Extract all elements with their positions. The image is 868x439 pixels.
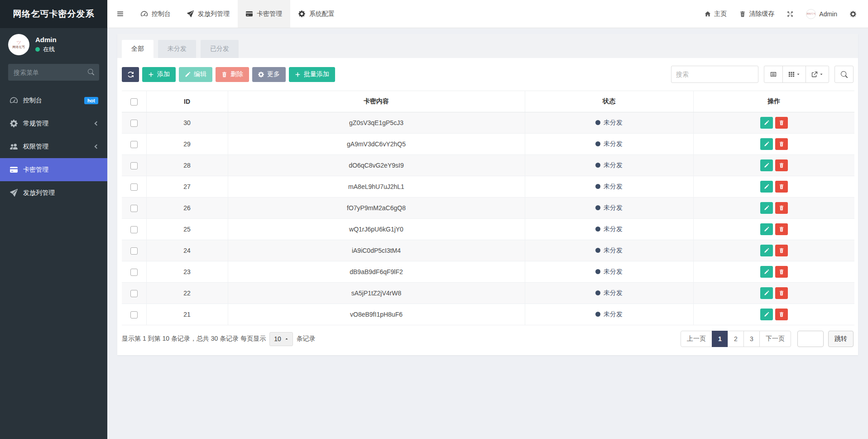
- row-edit-button[interactable]: [760, 159, 773, 171]
- row-actions: [694, 117, 855, 129]
- table-row[interactable]: 26 fO7yP9mM2aC6gQ8 未分发: [122, 198, 854, 219]
- row-delete-button[interactable]: [775, 223, 788, 235]
- dashboard-icon: [141, 10, 148, 17]
- row-delete-button[interactable]: [775, 202, 788, 214]
- sidebar-item-dashboard[interactable]: 控制台 hot: [0, 89, 107, 112]
- row-checkbox[interactable]: [130, 290, 138, 297]
- sidebar-toggle-button[interactable]: [107, 0, 133, 28]
- table-row[interactable]: 28 dO6qC8vG2eY9sI9 未分发: [122, 155, 854, 176]
- page-jump-button[interactable]: 跳转: [828, 331, 854, 347]
- trash-icon: [779, 227, 784, 232]
- page-button-2[interactable]: 2: [728, 331, 744, 347]
- edit-button[interactable]: 编辑: [179, 67, 212, 82]
- dashboard-icon: [10, 96, 18, 104]
- row-edit-button[interactable]: [760, 117, 773, 129]
- settings-button[interactable]: [850, 11, 856, 17]
- more-button[interactable]: 更多: [252, 67, 286, 82]
- header-code: 卡密内容: [228, 91, 525, 112]
- page-size-dropdown[interactable]: 10: [269, 332, 293, 346]
- navbar-tabs: 控制台 发放列管理 卡密管理 系统配置: [133, 0, 343, 28]
- row-checkbox[interactable]: [130, 141, 138, 148]
- top-navbar: 控制台 发放列管理 卡密管理 系统配置 主页: [107, 0, 868, 28]
- row-edit-button[interactable]: [760, 309, 773, 320]
- table-row[interactable]: 23 dB9aB9dF6qF9lF2 未分发: [122, 261, 854, 283]
- tab-dispatch[interactable]: 发放列管理: [179, 0, 238, 28]
- row-edit-button[interactable]: [760, 202, 773, 214]
- row-delete-button[interactable]: [775, 309, 788, 320]
- user-panel: ツ 网络乞丐 Admin 在线: [0, 28, 107, 60]
- cell-code: gZ0sV3qE1gP5cJ3: [228, 112, 525, 134]
- row-checkbox[interactable]: [130, 311, 138, 318]
- delete-button[interactable]: 删除: [216, 67, 249, 82]
- row-checkbox[interactable]: [130, 269, 138, 276]
- prev-page-button[interactable]: 上一页: [681, 331, 712, 347]
- row-checkbox[interactable]: [130, 247, 138, 255]
- cell-status: 未分发: [525, 240, 693, 261]
- row-edit-button[interactable]: [760, 181, 773, 193]
- trash-icon: [779, 248, 784, 253]
- row-delete-button[interactable]: [775, 138, 788, 150]
- cell-code: vO8eB9fI1pH8uF6: [228, 304, 525, 325]
- table-row[interactable]: 29 gA9mV3dC6vY2hQ5 未分发: [122, 134, 854, 155]
- table-row[interactable]: 22 sA5jP1tZ2jV4rW8 未分发: [122, 283, 854, 304]
- row-delete-button[interactable]: [775, 245, 788, 256]
- user-menu[interactable]: 网络乞丐 Admin: [806, 9, 837, 19]
- row-delete-button[interactable]: [775, 287, 788, 299]
- pencil-icon: [764, 290, 769, 296]
- filter-tab-assigned[interactable]: 已分发: [201, 40, 239, 58]
- row-delete-button[interactable]: [775, 266, 788, 278]
- refresh-button[interactable]: [122, 67, 139, 82]
- row-delete-button[interactable]: [775, 117, 788, 129]
- page-button-3[interactable]: 3: [743, 331, 760, 347]
- tab-cardkeys[interactable]: 卡密管理: [238, 0, 290, 28]
- row-checkbox[interactable]: [130, 162, 138, 169]
- batch-add-button[interactable]: 批量添加: [289, 67, 335, 82]
- sidebar-item-dispatch[interactable]: 发放列管理: [0, 181, 107, 204]
- cell-id: 21: [146, 304, 228, 325]
- online-dot-icon: [35, 47, 40, 52]
- row-checkbox[interactable]: [130, 183, 138, 191]
- filter-tab-unassigned[interactable]: 未分发: [158, 40, 196, 58]
- sidebar-item-cardkeys[interactable]: 卡密管理: [0, 158, 107, 181]
- export-button[interactable]: [806, 66, 829, 83]
- row-delete-button[interactable]: [775, 181, 788, 193]
- trash-icon: [779, 163, 784, 168]
- sidebar-item-auth[interactable]: 权限管理: [0, 135, 107, 158]
- main-area: 控制台 发放列管理 卡密管理 系统配置 主页: [107, 0, 868, 439]
- clear-cache-link[interactable]: 清除缓存: [739, 10, 774, 18]
- header-id: ID: [146, 91, 228, 112]
- row-edit-button[interactable]: [760, 138, 773, 150]
- user-name: Admin: [35, 36, 57, 43]
- row-delete-button[interactable]: [775, 159, 788, 171]
- tab-dashboard[interactable]: 控制台: [133, 0, 179, 28]
- sidebar-item-general[interactable]: 常规管理: [0, 112, 107, 135]
- row-checkbox[interactable]: [130, 120, 138, 127]
- table-row[interactable]: 24 iA9iC0dP5cI3tM4 未分发: [122, 240, 854, 261]
- table-row[interactable]: 30 gZ0sV3qE1gP5cJ3 未分发: [122, 112, 854, 134]
- home-link[interactable]: 主页: [705, 10, 727, 18]
- tab-settings[interactable]: 系统配置: [290, 0, 343, 28]
- page-jump-input[interactable]: [797, 331, 824, 347]
- table-row[interactable]: 27 mA8eL9hU7uJ2hL1 未分发: [122, 176, 854, 198]
- page-button-1[interactable]: 1: [712, 331, 728, 347]
- table-row[interactable]: 25 wQ1rJ6pU6kG1jY0 未分发: [122, 219, 854, 240]
- filter-tab-all[interactable]: 全部: [122, 40, 153, 58]
- row-edit-button[interactable]: [760, 245, 773, 256]
- table-row[interactable]: 21 vO8eB9fI1pH8uF6 未分发: [122, 304, 854, 325]
- search-toggle-button[interactable]: [834, 66, 854, 83]
- detail-view-button[interactable]: [764, 66, 783, 83]
- columns-button[interactable]: [782, 66, 806, 83]
- next-page-button[interactable]: 下一页: [759, 331, 791, 347]
- row-edit-button[interactable]: [760, 223, 773, 235]
- menu-search-input[interactable]: [8, 64, 99, 81]
- row-edit-button[interactable]: [760, 287, 773, 299]
- row-edit-button[interactable]: [760, 266, 773, 278]
- pencil-icon: [764, 120, 769, 125]
- cell-status: 未分发: [525, 134, 693, 155]
- row-checkbox[interactable]: [130, 226, 138, 233]
- select-all-checkbox[interactable]: [130, 98, 138, 106]
- fullscreen-button[interactable]: [787, 11, 793, 17]
- table-search-input[interactable]: [671, 66, 758, 83]
- row-checkbox[interactable]: [130, 205, 138, 212]
- add-button[interactable]: 添加: [142, 67, 176, 82]
